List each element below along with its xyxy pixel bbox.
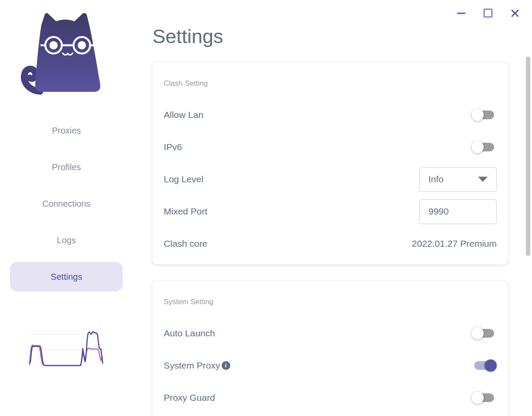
proxy-guard-row: Proxy Guard xyxy=(164,382,497,414)
sidebar-item-proxies[interactable]: Proxies xyxy=(10,116,123,145)
system-setting-header: System Setting xyxy=(164,287,497,317)
chevron-down-icon xyxy=(478,177,488,182)
clash-cat-logo-icon xyxy=(17,11,102,96)
system-proxy-switch[interactable] xyxy=(471,359,497,372)
maximize-icon xyxy=(484,9,492,17)
switch-thumb xyxy=(471,327,484,339)
system-setting-card: System Setting Auto Launch System Proxy … xyxy=(152,281,508,416)
switch-thumb xyxy=(471,109,484,121)
allow-lan-label: Allow Lan xyxy=(164,110,203,120)
clash-core-version: 2022.01.27 Premium xyxy=(412,238,497,249)
log-level-select[interactable]: Info xyxy=(419,167,497,192)
mixed-port-input[interactable] xyxy=(419,199,497,224)
minimize-button[interactable] xyxy=(456,7,466,19)
auto-launch-row: Auto Launch xyxy=(164,317,497,349)
log-level-selected-value: Info xyxy=(428,174,444,185)
sidebar-nav: Proxies Profiles Connections Logs Settin… xyxy=(0,116,133,292)
maximize-button[interactable] xyxy=(483,7,493,19)
proxy-guard-label: Proxy Guard xyxy=(164,393,215,403)
sidebar-item-profiles[interactable]: Profiles xyxy=(10,152,123,182)
log-level-row: Log Level Info xyxy=(164,163,497,195)
switch-thumb xyxy=(485,359,497,372)
system-proxy-label-text: System Proxy xyxy=(164,360,220,371)
proxy-guard-switch[interactable] xyxy=(471,391,497,405)
switch-thumb xyxy=(471,141,484,153)
info-icon[interactable]: i xyxy=(222,361,230,370)
switch-thumb xyxy=(471,392,484,404)
ipv6-label: IPv6 xyxy=(164,142,182,152)
clash-core-row: Clash core 2022.01.27 Premium xyxy=(164,228,497,260)
mixed-port-label: Mixed Port xyxy=(164,206,207,217)
allow-lan-switch[interactable] xyxy=(471,108,497,122)
page-title: Settings xyxy=(152,25,223,48)
clash-setting-header: Clash Setting xyxy=(164,68,497,99)
system-proxy-row: System Proxy i xyxy=(164,349,497,382)
clash-setting-card: Clash Setting Allow Lan IPv6 Log Level I… xyxy=(152,62,508,265)
sidebar-item-logs[interactable]: Logs xyxy=(10,225,123,255)
clash-core-label: Clash core xyxy=(164,238,207,249)
system-proxy-label: System Proxy i xyxy=(164,360,230,371)
sidebar-item-settings[interactable]: Settings xyxy=(10,262,123,292)
traffic-sparkline-chart xyxy=(29,329,103,368)
window-controls xyxy=(456,7,520,19)
ipv6-switch[interactable] xyxy=(471,140,497,154)
auto-launch-label: Auto Launch xyxy=(164,328,215,339)
auto-launch-switch[interactable] xyxy=(471,326,497,340)
minimize-icon xyxy=(457,13,465,14)
close-button[interactable] xyxy=(510,7,520,19)
sidebar: Proxies Profiles Connections Logs Settin… xyxy=(0,0,133,416)
log-level-label: Log Level xyxy=(164,174,203,185)
close-icon xyxy=(511,9,519,17)
traffic-panel: ↑ 427 B/s ↓ 0 B/s xyxy=(0,325,133,416)
mixed-port-row: Mixed Port xyxy=(164,195,497,228)
ipv6-row: IPv6 xyxy=(164,131,497,163)
allow-lan-row: Allow Lan xyxy=(164,99,497,131)
scrollbar-thumb[interactable] xyxy=(526,57,530,256)
sidebar-item-connections[interactable]: Connections xyxy=(10,189,123,218)
